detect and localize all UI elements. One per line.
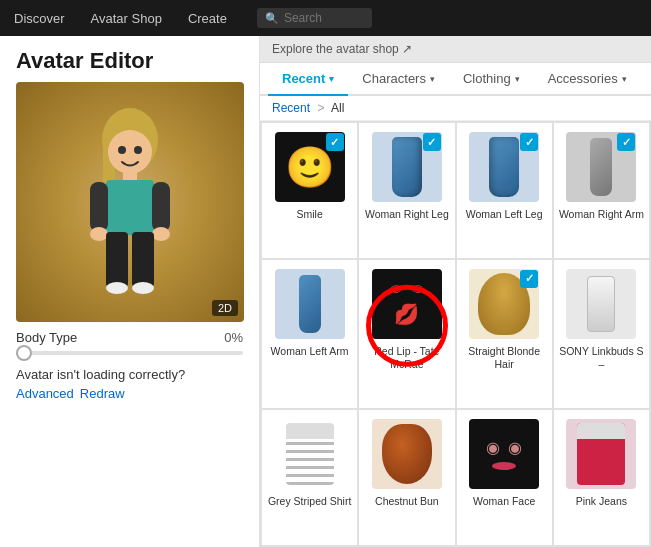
item-label: Woman Right Leg	[365, 208, 449, 222]
body-type-slider-thumb[interactable]	[16, 345, 32, 361]
chevron-down-icon: ▾	[515, 74, 520, 84]
item-image: ◉ ◉	[466, 416, 542, 492]
item-label: Woman Left Leg	[466, 208, 543, 222]
body-type-label: Body Type	[16, 330, 77, 345]
breadcrumb: Recent > All	[260, 96, 651, 121]
item-label: SONY Linkbuds S –	[558, 345, 645, 372]
checked-badge: ✓	[326, 133, 344, 151]
item-label: Smile	[296, 208, 322, 222]
advanced-link[interactable]: Advanced	[16, 386, 74, 401]
page-title: Avatar Editor	[0, 36, 259, 82]
nav-discover[interactable]: Discover	[10, 11, 69, 26]
svg-point-11	[106, 282, 128, 294]
list-item[interactable]: Woman Left Arm	[262, 260, 357, 408]
search-box[interactable]: 🔍	[257, 8, 372, 28]
main-layout: Avatar Editor	[0, 36, 651, 547]
item-image	[563, 416, 639, 492]
svg-point-14	[134, 146, 142, 154]
item-image: 🙂 ✓	[272, 129, 348, 205]
item-image: ✓	[369, 129, 445, 205]
list-item[interactable]: 🙂 ✓ Smile	[262, 123, 357, 258]
list-item[interactable]: ✓ Woman Right Arm	[554, 123, 649, 258]
avatar-preview: 2D	[16, 82, 244, 322]
avatar-figure	[70, 102, 190, 302]
item-label: Straight Blonde Hair	[461, 345, 548, 372]
checked-badge: ✓	[423, 133, 441, 151]
chevron-down-icon: ▾	[622, 74, 627, 84]
chevron-down-icon: ▾	[329, 74, 334, 84]
nav-avatar-shop[interactable]: Avatar Shop	[87, 11, 166, 26]
chevron-down-icon: ▾	[430, 74, 435, 84]
item-label: Grey Striped Shirt	[268, 495, 351, 509]
explore-bar: Explore the avatar shop ↗	[260, 36, 651, 63]
nav-create[interactable]: Create	[184, 11, 231, 26]
svg-point-2	[108, 130, 152, 174]
list-item[interactable]: ✓ Woman Right Leg	[359, 123, 454, 258]
loading-message: Avatar isn't loading correctly?	[0, 359, 259, 384]
item-label: Chestnut Bun	[375, 495, 439, 509]
body-type-slider-track[interactable]	[16, 351, 243, 355]
list-item[interactable]: Grey Striped Shirt	[262, 410, 357, 545]
tab-characters[interactable]: Characters ▾	[348, 63, 449, 96]
svg-rect-6	[152, 182, 170, 232]
items-grid: 🙂 ✓ Smile ✓ Woman Right Leg	[260, 121, 651, 547]
search-input[interactable]	[284, 11, 364, 25]
top-navigation: Discover Avatar Shop Create 🔍	[0, 0, 651, 36]
list-item[interactable]: 👁 👁 💋 Red Lip - Tate McRae	[359, 260, 454, 408]
item-image	[272, 416, 348, 492]
list-item[interactable]: SONY Linkbuds S –	[554, 260, 649, 408]
item-image: ✓	[466, 129, 542, 205]
tabs-row: Recent ▾ Characters ▾ Clothing ▾ Accesso…	[260, 63, 651, 96]
item-image: ✓	[563, 129, 639, 205]
body-type-percent: 0%	[224, 330, 243, 345]
body-type-section: Body Type 0%	[0, 322, 259, 359]
list-item[interactable]: ✓ Woman Left Leg	[457, 123, 552, 258]
checked-badge: ✓	[520, 270, 538, 288]
svg-point-12	[132, 282, 154, 294]
item-label: Woman Left Arm	[271, 345, 349, 359]
search-icon: 🔍	[265, 12, 279, 25]
svg-point-13	[118, 146, 126, 154]
left-panel: Avatar Editor	[0, 36, 260, 547]
breadcrumb-separator: >	[317, 101, 324, 115]
item-label: Woman Right Arm	[559, 208, 644, 222]
item-label: Red Lip - Tate McRae	[363, 345, 450, 372]
list-item[interactable]: ◉ ◉ Woman Face	[457, 410, 552, 545]
tab-clothing[interactable]: Clothing ▾	[449, 63, 534, 96]
list-item[interactable]: Pink Jeans	[554, 410, 649, 545]
svg-point-7	[90, 227, 108, 241]
item-image	[369, 416, 445, 492]
action-links: Advanced Redraw	[0, 384, 259, 403]
item-label: Pink Jeans	[576, 495, 627, 509]
item-label: Woman Face	[473, 495, 535, 509]
breadcrumb-parent[interactable]: Recent	[272, 101, 310, 115]
checked-badge: ✓	[520, 133, 538, 151]
svg-rect-4	[106, 180, 154, 235]
redraw-link[interactable]: Redraw	[80, 386, 125, 401]
item-image	[272, 266, 348, 342]
svg-rect-9	[106, 232, 128, 287]
tab-accessories[interactable]: Accessories ▾	[534, 63, 641, 96]
svg-rect-10	[132, 232, 154, 287]
breadcrumb-current: All	[331, 101, 344, 115]
list-item[interactable]: Chestnut Bun	[359, 410, 454, 545]
checked-badge: ✓	[617, 133, 635, 151]
svg-point-8	[152, 227, 170, 241]
tab-recent[interactable]: Recent ▾	[268, 63, 348, 96]
list-item[interactable]: ✓ Straight Blonde Hair	[457, 260, 552, 408]
item-image: 👁 👁 💋	[369, 266, 445, 342]
right-panel: Explore the avatar shop ↗ Recent ▾ Chara…	[260, 36, 651, 547]
svg-rect-5	[90, 182, 108, 232]
2d-badge: 2D	[212, 300, 238, 316]
item-image: ✓	[466, 266, 542, 342]
item-image	[563, 266, 639, 342]
